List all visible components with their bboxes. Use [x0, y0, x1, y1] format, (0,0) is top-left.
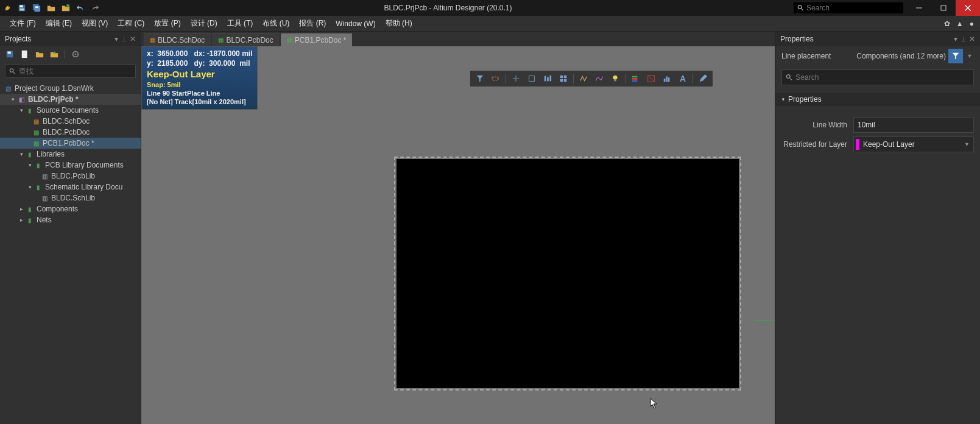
line-width-input[interactable] — [853, 117, 974, 133]
align-icon[interactable] — [540, 72, 555, 85]
close-button[interactable] — [956, 0, 980, 16]
filter-icon[interactable] — [473, 72, 487, 85]
menu-reports[interactable]: 报告 (R) — [294, 16, 331, 31]
tree-libraries[interactable]: ▾ ▮ Libraries — [0, 149, 141, 160]
tab[interactable]: ▦ BLDC.SchDoc — [144, 33, 211, 46]
panel-pin-icon[interactable]: ⟂ — [961, 35, 965, 43]
grid-icon[interactable] — [556, 72, 571, 85]
projects-search-input[interactable] — [19, 67, 132, 76]
redo-icon[interactable] — [88, 1, 102, 15]
svg-rect-39 — [666, 77, 668, 82]
tree-doc[interactable]: ▦ BLDC.SchDoc — [0, 116, 141, 127]
save-icon[interactable] — [15, 1, 29, 15]
svg-rect-29 — [560, 79, 563, 82]
expand-icon[interactable]: ▾ — [27, 162, 33, 168]
expand-icon[interactable]: ▾ — [10, 96, 16, 102]
histogram-icon[interactable] — [660, 72, 674, 85]
tree-components[interactable]: ▸ ▮ Components — [0, 203, 141, 214]
tree-lib[interactable]: ▥ BLDC.SchLib — [0, 193, 141, 203]
properties-search[interactable] — [781, 69, 974, 85]
schdoc-icon: ▦ — [150, 37, 155, 43]
new-sheet-icon[interactable] — [21, 50, 29, 58]
text-icon[interactable]: A — [675, 72, 690, 85]
app-icon — [1, 1, 15, 15]
menu-view[interactable]: 视图 (V) — [77, 16, 113, 31]
tree-doc[interactable]: ▦ BLDC.PcbDoc — [0, 127, 141, 138]
expand-icon[interactable]: ▾ — [18, 107, 24, 113]
svg-rect-32 — [614, 80, 616, 82]
tree-workgroup[interactable]: ▧ Project Group 1.DsnWrk — [0, 83, 141, 94]
expand-icon[interactable]: ▸ — [18, 206, 24, 212]
menu-file[interactable]: 文件 (F) — [5, 16, 41, 31]
expand-icon[interactable]: ▾ — [27, 184, 33, 190]
open-folder-icon[interactable] — [35, 50, 44, 58]
panel-dropdown-icon[interactable]: ▾ — [115, 35, 118, 43]
expand-icon[interactable]: ▾ — [18, 151, 24, 157]
maximize-button[interactable] — [931, 0, 956, 16]
menu-window[interactable]: Window (W) — [331, 17, 380, 30]
window-title: BLDC.PrjPcb - Altium Designer (20.0.1) — [102, 4, 794, 12]
global-search[interactable] — [794, 2, 903, 13]
menu-help[interactable]: 帮助 (H) — [381, 16, 417, 31]
title-bar: BLDC.PrjPcb - Altium Designer (20.0.1) — [0, 0, 980, 16]
user-icon[interactable]: ● — [970, 19, 974, 28]
minimize-button[interactable] — [907, 0, 931, 16]
pcb-canvas[interactable]: x: 3650.000 dx: -1870.000 mil y: 2185.00… — [141, 46, 775, 424]
project-options-icon[interactable] — [71, 50, 80, 58]
tree-schlib-docs[interactable]: ▾ ▮ Schematic Library Docu — [0, 182, 141, 193]
pencil-icon[interactable] — [696, 72, 710, 85]
menu-edit[interactable]: 编辑 (E) — [41, 16, 77, 31]
pcbdoc-icon: ▦ — [218, 37, 224, 43]
menu-bar: 文件 (F) 编辑 (E) 视图 (V) 工程 (C) 放置 (P) 设计 (D… — [0, 16, 980, 32]
layer-stack-icon[interactable] — [628, 72, 643, 85]
open-icon[interactable] — [44, 1, 58, 15]
projects-tree: ▧ Project Group 1.DsnWrk ▾ ◧ BLDC.PrjPcb… — [0, 80, 141, 424]
violation-icon[interactable] — [644, 72, 658, 85]
save-all-icon[interactable] — [29, 1, 44, 15]
menu-design[interactable]: 设计 (D) — [186, 16, 222, 31]
open-project-icon[interactable] — [58, 1, 73, 15]
properties-section-header[interactable]: Properties — [775, 93, 980, 106]
properties-search-input[interactable] — [795, 73, 970, 82]
panel-dropdown-icon[interactable]: ▾ — [954, 35, 957, 43]
projects-search[interactable] — [5, 65, 136, 78]
svg-point-6 — [66, 4, 69, 7]
properties-panel: Properties ▾ ⟂ ✕ Line placement Componen… — [775, 32, 980, 424]
measure-icon[interactable] — [592, 72, 607, 85]
new-doc-icon[interactable] — [5, 50, 15, 58]
expand-icon[interactable]: ▸ — [18, 217, 24, 223]
filter-button[interactable] — [948, 49, 963, 63]
tree-source-docs[interactable]: ▾ ▮ Source Documents — [0, 105, 141, 116]
move-icon[interactable] — [509, 72, 523, 85]
idea-icon[interactable] — [608, 72, 622, 85]
tree-nets[interactable]: ▸ ▮ Nets — [0, 214, 141, 225]
route-icon[interactable] — [576, 72, 591, 85]
filter-dropdown-icon[interactable]: ▼ — [965, 53, 974, 59]
tree-doc-active[interactable]: ▦ PCB1.PcbDoc * — [0, 138, 141, 149]
rect-select-icon[interactable] — [524, 72, 539, 85]
menu-tools[interactable]: 工具 (T) — [222, 16, 258, 31]
notifications-icon[interactable]: ▲ — [956, 19, 964, 28]
tab-active[interactable]: ▦ PCB1.PcbDoc * — [281, 33, 353, 46]
heads-up-display: x: 3650.000 dx: -1870.000 mil y: 2185.00… — [141, 46, 258, 110]
pcbdoc-icon: ▦ — [32, 128, 40, 136]
pcbdoc-icon: ▦ — [32, 139, 40, 147]
tree-project[interactable]: ▾ ◧ BLDC.PrjPcb * — [0, 94, 141, 105]
global-search-input[interactable] — [806, 4, 900, 12]
tree-lib[interactable]: ▥ BLDC.PcbLib — [0, 171, 141, 182]
lasso-icon[interactable] — [488, 72, 503, 85]
menu-place[interactable]: 放置 (P) — [149, 16, 185, 31]
undo-icon[interactable] — [73, 1, 88, 15]
svg-rect-23 — [529, 76, 535, 82]
panel-close-icon[interactable]: ✕ — [130, 35, 136, 43]
menu-project[interactable]: 工程 (C) — [113, 16, 149, 31]
restricted-layer-select[interactable]: Keep-Out Layer ▼ — [853, 136, 974, 152]
menu-route[interactable]: 布线 (U) — [258, 16, 294, 31]
compile-icon[interactable] — [50, 50, 58, 58]
tree-pcblib-docs[interactable]: ▾ ▮ PCB Library Documents — [0, 160, 141, 171]
settings-icon[interactable]: ✿ — [944, 19, 950, 28]
pcb-board-view[interactable] — [397, 159, 739, 388]
panel-close-icon[interactable]: ✕ — [969, 35, 975, 43]
panel-pin-icon[interactable]: ⟂ — [122, 35, 126, 43]
tab[interactable]: ▦ BLDC.PcbDoc — [212, 33, 279, 46]
